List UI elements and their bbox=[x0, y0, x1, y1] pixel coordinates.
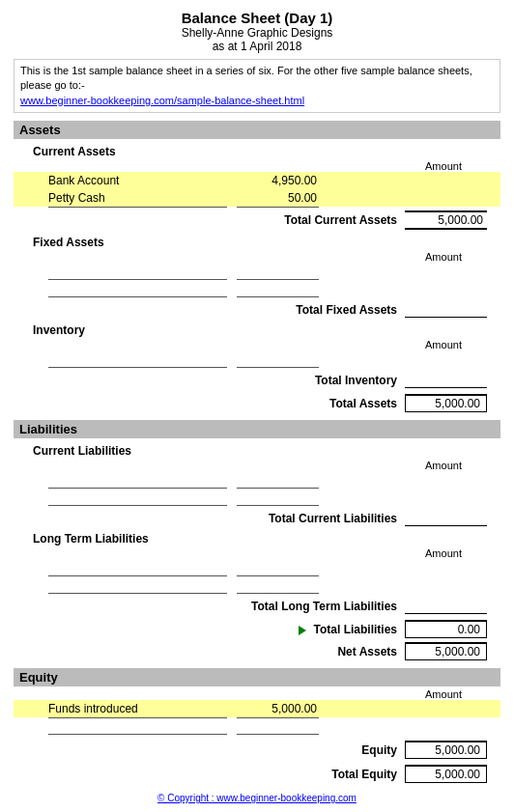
fixed-asset-name-1 bbox=[48, 266, 227, 280]
lt-liab-amt-2 bbox=[237, 580, 319, 594]
total-long-term-liabilities-label: Total Long Term Liabilities bbox=[14, 600, 405, 613]
total-equity-value: 5,000.00 bbox=[405, 765, 487, 783]
list-item bbox=[14, 717, 500, 735]
bank-account-label: Bank Account bbox=[48, 172, 227, 190]
long-term-liabilities-block: Long Term Liabilities Amount Total Long … bbox=[14, 532, 500, 614]
page-title: Balance Sheet (Day 1) bbox=[14, 10, 500, 26]
total-current-liabilities-label: Total Current Liabilities bbox=[14, 512, 405, 525]
list-item bbox=[14, 350, 500, 368]
total-long-term-liabilities-value bbox=[405, 598, 487, 614]
total-assets-value: 5,000.00 bbox=[405, 394, 487, 412]
current-assets-header: Current Assets bbox=[33, 145, 500, 158]
report-date: as at 1 April 2018 bbox=[14, 40, 500, 53]
company-name: Shelly-Anne Graphic Designs bbox=[14, 26, 500, 40]
fixed-assets-block: Fixed Assets Amount Total Fixed Assets bbox=[14, 236, 500, 318]
current-liabilities-amount-header: Amount bbox=[400, 460, 487, 471]
list-item bbox=[14, 576, 500, 594]
equity-value: 5,000.00 bbox=[405, 741, 487, 759]
equity-amt-1 bbox=[237, 721, 319, 735]
current-liabilities-header: Current Liabilities bbox=[33, 444, 500, 458]
liabilities-section-header: Liabilities bbox=[14, 420, 500, 438]
total-liabilities-label: Total Liabilities bbox=[14, 623, 405, 636]
total-current-liabilities-value bbox=[405, 510, 487, 526]
long-term-liabilities-amount-header: Amount bbox=[400, 547, 487, 559]
curr-liab-name-1 bbox=[48, 475, 227, 489]
petty-cash-amount: 50.00 bbox=[237, 189, 319, 208]
title-block: Balance Sheet (Day 1) Shelly-Anne Graphi… bbox=[14, 10, 500, 53]
curr-liab-amt-2 bbox=[237, 492, 319, 506]
curr-liab-amt-1 bbox=[237, 475, 319, 489]
triangle-indicator bbox=[299, 626, 306, 635]
long-term-liabilities-header: Long Term Liabilities bbox=[33, 532, 500, 546]
list-item bbox=[14, 559, 500, 576]
page: Balance Sheet (Day 1) Shelly-Anne Graphi… bbox=[0, 0, 514, 812]
net-assets-label: Net Assets bbox=[14, 645, 405, 658]
footer-copyright-link[interactable]: © Copyright : www.beginner-bookkeeping.c… bbox=[157, 793, 357, 803]
equity-amount-header: Amount bbox=[400, 688, 487, 700]
list-item: Bank Account 4,950.00 bbox=[14, 172, 500, 189]
fixed-assets-amount-header: Amount bbox=[400, 251, 487, 263]
inventory-amount-header: Amount bbox=[400, 339, 487, 350]
total-liabilities-value: 0.00 bbox=[405, 620, 487, 638]
list-item bbox=[14, 489, 500, 506]
total-fixed-assets-value bbox=[405, 301, 487, 318]
equity-block: Amount Funds introduced 5,000.00 Equity … bbox=[14, 688, 500, 783]
current-liabilities-block: Current Liabilities Amount Total Current… bbox=[14, 444, 500, 526]
fixed-assets-header: Fixed Assets bbox=[33, 236, 500, 249]
lt-liab-name-1 bbox=[48, 563, 227, 576]
fixed-asset-name-2 bbox=[48, 284, 227, 297]
inventory-name-1 bbox=[48, 354, 227, 368]
total-current-assets-value: 5,000.00 bbox=[405, 210, 487, 230]
total-fixed-assets-label: Total Fixed Assets bbox=[14, 303, 405, 317]
list-item: Funds introduced 5,000.00 bbox=[14, 700, 500, 717]
funds-introduced-amount: 5,000.00 bbox=[237, 700, 319, 718]
list-item: Petty Cash 50.00 bbox=[14, 189, 500, 207]
inventory-amt-1 bbox=[237, 354, 319, 368]
notice-text: This is the 1st sample balance sheet in … bbox=[20, 65, 472, 91]
equity-label: Equity bbox=[14, 743, 405, 757]
total-inventory-label: Total Inventory bbox=[14, 374, 405, 387]
assets-section-header: Assets bbox=[14, 121, 500, 139]
current-assets-block: Current Assets Amount Bank Account 4,950… bbox=[14, 145, 500, 230]
bank-account-amount: 4,950.00 bbox=[237, 172, 319, 190]
lt-liab-name-2 bbox=[48, 580, 227, 594]
current-assets-amount-header: Amount bbox=[400, 160, 487, 172]
list-item bbox=[14, 280, 500, 297]
curr-liab-name-2 bbox=[48, 492, 227, 506]
inventory-header: Inventory bbox=[33, 323, 500, 337]
footer: © Copyright : www.beginner-bookkeeping.c… bbox=[14, 793, 500, 803]
petty-cash-label: Petty Cash bbox=[48, 189, 227, 208]
equity-name-1 bbox=[48, 721, 227, 735]
inventory-block: Inventory Amount Total Inventory bbox=[14, 323, 500, 388]
total-equity-label: Total Equity bbox=[14, 768, 405, 781]
funds-introduced-label: Funds introduced bbox=[48, 700, 227, 718]
equity-section-header: Equity bbox=[14, 668, 500, 686]
total-current-assets-label: Total Current Assets bbox=[14, 213, 405, 227]
list-item bbox=[14, 471, 500, 489]
notice-link[interactable]: www.beginner-bookkeeping.com/sample-bala… bbox=[20, 95, 304, 106]
fixed-asset-amt-2 bbox=[237, 284, 319, 297]
net-assets-value: 5,000.00 bbox=[405, 642, 487, 660]
fixed-asset-amt-1 bbox=[237, 266, 319, 280]
notice-box: This is the 1st sample balance sheet in … bbox=[14, 59, 500, 113]
list-item bbox=[14, 263, 500, 280]
lt-liab-amt-1 bbox=[237, 563, 319, 576]
total-assets-label: Total Assets bbox=[14, 397, 405, 410]
total-inventory-value bbox=[405, 372, 487, 388]
